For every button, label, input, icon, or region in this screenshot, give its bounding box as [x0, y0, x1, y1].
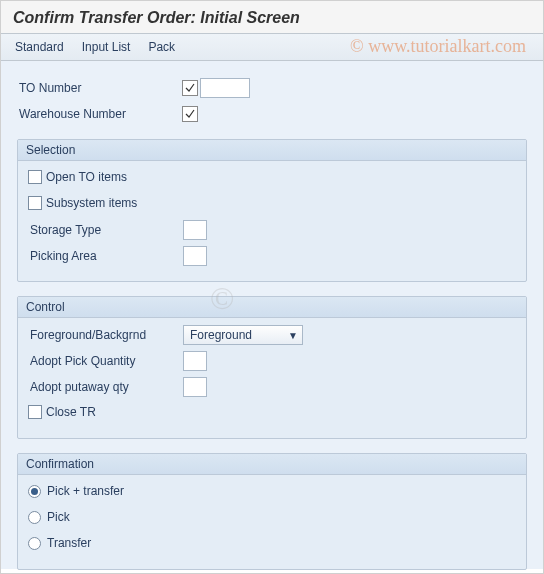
subsystem-items-checkbox[interactable]: Subsystem items — [28, 193, 516, 213]
pick-radio[interactable]: Pick — [28, 507, 516, 527]
to-number-input[interactable] — [200, 78, 250, 98]
checkbox-icon — [28, 170, 42, 184]
selection-title: Selection — [18, 140, 526, 161]
menu-input-list[interactable]: Input List — [82, 40, 131, 54]
checkbox-icon — [28, 405, 42, 419]
menu-standard[interactable]: Standard — [15, 40, 64, 54]
required-icon — [182, 106, 198, 122]
to-number-label: TO Number — [17, 81, 182, 95]
radio-icon — [28, 537, 41, 550]
close-tr-checkbox[interactable]: Close TR — [28, 402, 516, 422]
page-title: Confirm Transfer Order: Initial Screen — [1, 1, 543, 33]
chevron-down-icon: ▼ — [288, 330, 298, 341]
content-area: TO Number Warehouse Number Selection Ope… — [1, 61, 543, 569]
checkbox-icon — [28, 196, 42, 210]
adopt-putaway-qty-label: Adopt putaway qty — [28, 380, 183, 394]
picking-area-row: Picking Area — [28, 245, 516, 267]
adopt-pick-quantity-label: Adopt Pick Quantity — [28, 354, 183, 368]
picking-area-label: Picking Area — [28, 249, 183, 263]
picking-area-input[interactable] — [183, 246, 207, 266]
transfer-radio[interactable]: Transfer — [28, 533, 516, 553]
foreground-background-label: Foreground/Backgrnd — [28, 328, 183, 342]
menu-bar: Standard Input List Pack — [1, 33, 543, 61]
close-tr-label: Close TR — [46, 405, 96, 419]
foreground-background-select[interactable]: Foreground ▼ — [183, 325, 303, 345]
pick-transfer-label: Pick + transfer — [47, 484, 124, 498]
control-title: Control — [18, 297, 526, 318]
open-to-items-label: Open TO items — [46, 170, 127, 184]
warehouse-number-label: Warehouse Number — [17, 107, 182, 121]
control-group: Control Foreground/Backgrnd Foreground ▼… — [17, 296, 527, 439]
confirmation-group: Confirmation Pick + transfer Pick Transf… — [17, 453, 527, 570]
radio-icon — [28, 485, 41, 498]
subsystem-items-label: Subsystem items — [46, 196, 137, 210]
storage-type-label: Storage Type — [28, 223, 183, 237]
pick-transfer-radio[interactable]: Pick + transfer — [28, 481, 516, 501]
transfer-label: Transfer — [47, 536, 91, 550]
selection-group: Selection Open TO items Subsystem items … — [17, 139, 527, 282]
foreground-background-value: Foreground — [190, 328, 252, 342]
adopt-pick-quantity-row: Adopt Pick Quantity — [28, 350, 516, 372]
pick-label: Pick — [47, 510, 70, 524]
radio-icon — [28, 511, 41, 524]
required-icon — [182, 80, 198, 96]
warehouse-number-row: Warehouse Number — [17, 103, 527, 125]
to-number-row: TO Number — [17, 77, 527, 99]
open-to-items-checkbox[interactable]: Open TO items — [28, 167, 516, 187]
storage-type-row: Storage Type — [28, 219, 516, 241]
storage-type-input[interactable] — [183, 220, 207, 240]
adopt-putaway-qty-input[interactable] — [183, 377, 207, 397]
confirmation-title: Confirmation — [18, 454, 526, 475]
adopt-pick-quantity-input[interactable] — [183, 351, 207, 371]
foreground-background-row: Foreground/Backgrnd Foreground ▼ — [28, 324, 516, 346]
adopt-putaway-qty-row: Adopt putaway qty — [28, 376, 516, 398]
menu-pack[interactable]: Pack — [148, 40, 175, 54]
